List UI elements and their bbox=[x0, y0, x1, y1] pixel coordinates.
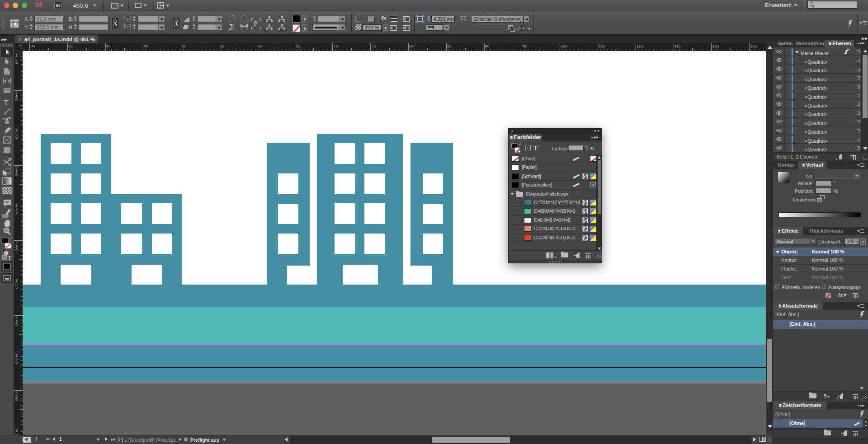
svg-text:T: T bbox=[8, 255, 11, 261]
svg-text:T: T bbox=[4, 98, 9, 107]
